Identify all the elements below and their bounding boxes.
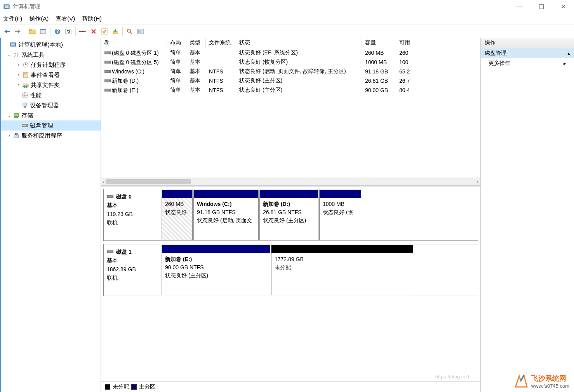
minimize-button[interactable]: — [509,0,531,13]
faded-watermark: https://blog.csd [435,374,469,380]
partition[interactable]: 新加卷 (D:)26.81 GB NTFS状态良好 (主分区) [259,190,318,240]
tree-root[interactable]: 计算机管理(本地) [1,40,101,50]
scroll-right-icon[interactable]: › [475,179,480,185]
tree-performance[interactable]: 性能 [1,90,101,100]
volume-row[interactable]: 新加卷 (D:)简单基本NTFS状态良好 (主分区)26.81 GB26.7 [101,76,480,85]
up-icon[interactable] [111,27,120,36]
col-volume[interactable]: 卷 [101,38,167,48]
volume-list: 卷 布局 类型 文件系统 状态 容量 可用 (磁盘 0 磁盘分区 1)简单基本状… [101,38,480,186]
tree-event-viewer[interactable]: › 事件查看器 [1,70,101,80]
main-content: 卷 布局 类型 文件系统 状态 容量 可用 (磁盘 0 磁盘分区 1)简单基本状… [101,38,481,392]
svg-line-17 [130,32,132,34]
svg-point-34 [25,85,28,88]
close-button[interactable]: ✕ [552,0,574,13]
svg-point-56 [112,196,113,197]
volume-icon [104,59,111,66]
svg-rect-12 [83,31,86,32]
tree-storage[interactable]: ⌄ 存储 [1,110,101,120]
volume-icon [104,68,111,75]
expand-icon[interactable]: › [16,82,21,88]
shared-folder-icon [22,82,29,89]
app-icon [3,3,10,10]
svg-point-54 [109,90,110,91]
actions-section[interactable]: 磁盘管理 ▴ [481,48,574,58]
col-filesystem[interactable]: 文件系统 [206,38,236,48]
expand-icon[interactable]: › [16,62,21,68]
watermark-logo-icon [513,373,529,389]
svg-point-46 [109,52,110,53]
partition[interactable]: Windows (C:)91.18 GB NTFS状态良好 (启动, 页面文 [193,190,259,240]
tree-services-apps[interactable]: › 服务和应用程序 [1,131,101,141]
legend: 未分配 主分区 [101,381,480,392]
connect-icon[interactable] [78,27,87,36]
tree-task-scheduler[interactable]: › 任务计划程序 [1,60,101,70]
menu-help[interactable]: 帮助(H) [82,15,102,23]
help-icon[interactable]: ? [53,27,62,36]
volume-row[interactable]: (磁盘 0 磁盘分区 1)简单基本状态良好 (EFI 系统分区)260 MB26… [101,48,480,57]
volume-row[interactable]: Windows (C:)简单基本NTFS状态良好 (启动, 页面文件, 故障转储… [101,67,480,76]
partition[interactable]: 1772.89 GB未分配 [271,245,413,295]
actions-more[interactable]: 更多操作 ▸ [481,58,574,68]
col-status[interactable]: 状态 [236,38,362,48]
properties-icon[interactable] [38,27,48,36]
volume-row[interactable]: 新加卷 (E:)简单基本NTFS状态良好 (主分区)90.00 GB80.4 [101,85,480,95]
toolbar: ? [0,25,574,38]
watermark-text: 飞沙系统网 [531,374,569,383]
navigation-tree: 计算机管理(本地) ⌄ 系统工具 › 任务计划程序 › 事件查看器 › 共享文件… [0,38,101,392]
legend-swatch-primary [131,384,137,390]
event-icon [22,71,29,78]
refresh-icon[interactable] [64,27,73,36]
col-capacity[interactable]: 容量 [362,38,396,48]
tree-device-manager[interactable]: 设备管理器 [1,100,101,110]
svg-rect-37 [24,106,26,108]
partition[interactable]: 1000 MB状态良好 (恢 [319,190,361,240]
tree-system-tools[interactable]: ⌄ 系统工具 [1,50,101,60]
performance-icon [21,92,28,99]
disk-info[interactable]: 磁盘 0基本119.23 GB联机 [104,189,161,240]
col-type[interactable]: 类型 [186,38,206,48]
tree-shared-folders[interactable]: › 共享文件夹 [1,80,101,90]
disk-info[interactable]: 磁盘 1基本1862.89 GB联机 [104,244,161,296]
svg-point-58 [112,251,113,252]
maximize-button[interactable]: ☐ [531,0,552,13]
legend-primary-label: 主分区 [139,383,155,390]
legend-swatch-unalloc [105,384,110,390]
collapse-icon[interactable]: ⌄ [7,113,12,118]
disk-row: 磁盘 0基本119.23 GB联机260 MB状态良好Windows (C:)9… [103,189,478,241]
list-icon[interactable] [136,27,145,36]
col-layout[interactable]: 布局 [167,38,186,48]
search-icon[interactable] [125,27,134,36]
check-icon[interactable] [100,27,109,36]
partition-bar [320,190,361,198]
svg-rect-25 [17,52,17,57]
volume-list-header: 卷 布局 类型 文件系统 状态 容量 可用 [101,38,480,48]
expand-icon[interactable]: › [7,133,12,138]
partition-bar [271,245,413,253]
tree-disk-management[interactable]: 磁盘管理 [1,120,101,131]
actions-pane: 操作 磁盘管理 ▴ 更多操作 ▸ [481,38,574,392]
expand-icon[interactable]: › [16,72,21,78]
menu-file[interactable]: 文件(F) [3,15,22,23]
col-available[interactable]: 可用 [396,38,413,48]
legend-unalloc-label: 未分配 [113,383,129,390]
partition[interactable]: 新加卷 (E:)90.00 GB NTFS状态良好 (主分区) [162,245,270,295]
back-button[interactable] [2,27,12,36]
horizontal-scrollbar[interactable]: ‹ › [101,178,480,185]
partition-bar [162,245,270,253]
partition-bar [194,190,258,198]
menu-action[interactable]: 操作(A) [29,15,49,23]
collapse-arrow-icon[interactable]: ▴ [567,50,570,56]
disk-icon [107,248,114,255]
scroll-left-icon[interactable]: ‹ [101,179,106,185]
svg-rect-2 [7,31,10,32]
watermark-url: www.fs0745.com [531,383,569,389]
svg-point-44 [15,133,17,135]
menu-view[interactable]: 查看(V) [56,15,75,23]
volume-icon [104,49,111,56]
collapse-icon[interactable]: ⌄ [7,52,12,57]
forward-button[interactable] [13,27,23,36]
delete-icon[interactable] [89,27,98,36]
partition[interactable]: 260 MB状态良好 [162,190,193,240]
folder-icon[interactable] [28,27,37,36]
volume-row[interactable]: (磁盘 0 磁盘分区 5)简单基本状态良好 (恢复分区)1000 MB100 [101,57,480,67]
